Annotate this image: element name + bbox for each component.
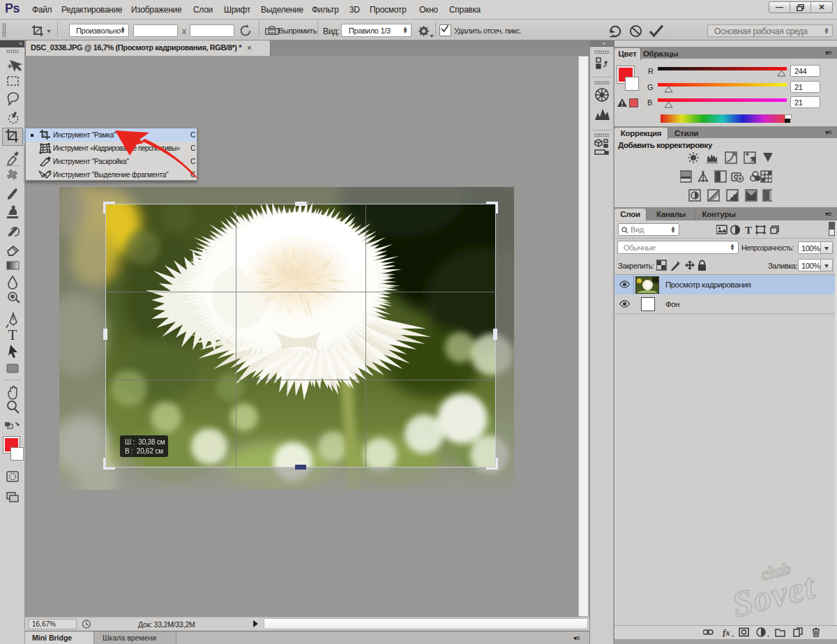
svg-text:T: T: [8, 326, 17, 343]
svg-text:fx: fx: [723, 627, 730, 637]
svg-text:T: T: [745, 225, 752, 235]
